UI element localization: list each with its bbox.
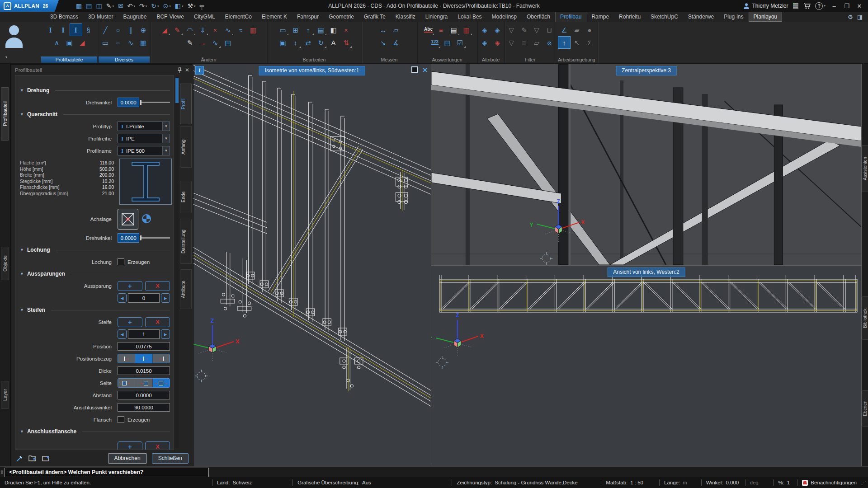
filter-down-icon[interactable]: ▽ — [505, 37, 517, 48]
stretch-icon[interactable]: ∿ — [222, 24, 234, 36]
menu-tab-rohrleitu[interactable]: Rohrleitu — [614, 12, 646, 22]
palette-side-tab-attribute[interactable]: Attribute — [180, 269, 192, 309]
line-limit-icon[interactable]: → — [197, 37, 208, 48]
rectangle-icon[interactable]: ▭ — [99, 37, 111, 48]
shop-cart-icon[interactable] — [803, 3, 811, 9]
parallel-icon[interactable]: ∥ — [125, 24, 137, 36]
uvs-reset-icon[interactable]: ↑ — [558, 37, 570, 48]
status-winkel-einheit[interactable]: deg — [745, 480, 774, 485]
dicke-input[interactable]: 0.0150 — [118, 366, 170, 375]
schliessen-button[interactable]: Schließen — [152, 453, 189, 464]
profiltyp-dropdown[interactable]: I I-Profile ▼ — [118, 122, 170, 131]
allplan-logo[interactable]: Λ ALLPLAN 26 — [0, 0, 59, 12]
menu-tab-bcf-viewe[interactable]: BCF-Viewe — [151, 12, 189, 22]
menu-tab-plug-ins[interactable]: Plug-ins — [719, 12, 748, 22]
menu-tab-st-nderwe[interactable]: Ständerwe — [683, 12, 719, 22]
profile-delete-icon[interactable]: ◢ — [76, 37, 88, 48]
adjust-icon[interactable]: ∿ — [209, 37, 221, 48]
drehwinkel2-input[interactable]: 0.0000 — [118, 233, 139, 243]
viewport-maximize-icon[interactable] — [411, 66, 418, 73]
viewport-isometrie[interactable]: Z X Y i Isometrie von vorne/links, Südwe… — [193, 64, 431, 466]
minimize-button[interactable]: – — [830, 3, 838, 9]
message-icon[interactable]: ✉ — [118, 3, 123, 9]
fillet-icon[interactable]: ◠ — [184, 24, 196, 36]
seite-both-option[interactable]: ←→ — [153, 379, 170, 387]
export-icon[interactable]: ⇓ — [197, 24, 208, 36]
mirror-icon[interactable]: ⇅ — [340, 37, 352, 48]
profilname-dropdown[interactable]: I IPE 500 ▼ — [118, 146, 170, 155]
gear-icon[interactable]: ⚙ — [848, 14, 853, 20]
track-point-icon[interactable]: ⊙▾ — [163, 3, 170, 9]
menu-tab-klassifiz[interactable]: Klassifiz — [391, 12, 420, 22]
drehwinkel-slider[interactable] — [140, 102, 170, 103]
axis-scale-icon[interactable]: ∠ — [558, 24, 570, 36]
number-123-icon[interactable]: 123 — [429, 37, 441, 48]
wave-icon[interactable]: ≈ — [235, 24, 246, 36]
pen-small-icon[interactable]: ✎ — [171, 24, 183, 36]
status-grafische-ueberschreibung[interactable]: Grafische Überschreibung:Aus — [293, 480, 452, 485]
ribbon-caption-diverses[interactable]: Diverses — [99, 56, 150, 63]
steife-count[interactable]: 1 — [128, 329, 160, 339]
point-icon[interactable]: ⊕ — [137, 24, 149, 36]
viewport-ansicht-links[interactable]: Z X Y Ansicht von links, Westen:2 — [431, 265, 862, 466]
ribbon-avatar[interactable]: ▾ — [5, 24, 24, 54]
spline-icon[interactable]: ∿ — [125, 37, 137, 48]
prev-arrow-icon[interactable]: ◀ — [118, 329, 127, 339]
sum-icon[interactable]: Σ — [584, 37, 595, 48]
palette-close-icon[interactable]: ✕ — [185, 67, 193, 73]
open-favorite-icon[interactable]: ★ — [28, 455, 37, 462]
panel-config-icon[interactable]: ◨ — [857, 14, 863, 20]
rotate-icon[interactable]: ↻ — [315, 37, 327, 48]
tag-edit-icon[interactable]: ◈ — [491, 24, 503, 36]
menu-tab-sketchupc[interactable]: SketchUpC — [646, 12, 683, 22]
height-icon[interactable]: ↕ — [290, 37, 302, 48]
section-aussparungen[interactable]: ▼ Aussparungen — [20, 268, 170, 280]
filter-stack-icon[interactable]: ≡ — [518, 37, 530, 48]
palette-side-tab-darstellung[interactable]: Darstellung — [180, 219, 192, 264]
profile-edit-icon[interactable]: I — [70, 24, 82, 36]
palette-tab-layer[interactable]: Layer — [1, 381, 9, 409]
steife-add-button[interactable]: + — [118, 317, 142, 327]
position-input[interactable]: 0.0775 — [118, 342, 170, 351]
raise-icon[interactable]: ↑ — [302, 24, 314, 36]
palette-side-tab-profil[interactable]: Profil — [180, 84, 192, 124]
sphere-icon[interactable]: ● — [584, 24, 595, 36]
filter-icon[interactable]: ▽ — [505, 24, 517, 36]
order-icon[interactable]: ▤ — [315, 24, 327, 36]
report-copy-icon[interactable]: ▤ — [442, 37, 453, 48]
status-laenge[interactable]: Länge:m — [660, 480, 701, 485]
chart-icon[interactable]: ▥ — [461, 24, 472, 36]
menu-tab-3d-muster[interactable]: 3D Muster — [83, 12, 118, 22]
anschlussflansch-delete-button[interactable]: X — [145, 441, 170, 450]
contrast-icon[interactable]: ◧ — [328, 24, 340, 36]
filter-house-icon[interactable]: ▽ — [531, 24, 542, 36]
filter-region-icon[interactable]: ▱ — [531, 37, 542, 48]
section-steifen[interactable]: ▼ Steifen — [20, 304, 170, 316]
viewport-zentralperspektive[interactable]: Z X Y Zentralperspektive:3 — [431, 64, 862, 265]
viewport-info-icon[interactable]: i — [195, 66, 204, 75]
toolbar-options-icon[interactable]: ╤ — [200, 3, 204, 9]
menu-tab-lokal-bes[interactable]: Lokal-Bes — [453, 12, 486, 22]
menu-tab-element-k[interactable]: Element-K — [257, 12, 292, 22]
save-favorite-icon[interactable]: ★ — [42, 455, 51, 462]
status-land[interactable]: Land:Schweiz — [212, 480, 293, 485]
aussparung-delete-button[interactable]: X — [145, 281, 170, 291]
menu-tab-liniengra[interactable]: Liniengra — [420, 12, 453, 22]
positionsbezug-center-option[interactable]: ←→ — [135, 354, 152, 363]
delete-icon[interactable]: × — [340, 24, 352, 36]
brightness-icon[interactable]: ◧▾ — [175, 3, 184, 9]
group-icon[interactable]: ▣ — [277, 37, 289, 48]
menu-tab-baugrube[interactable]: Baugrube — [118, 12, 151, 22]
palette-tab-bibliothek[interactable]: Bibliothek — [862, 296, 868, 340]
palette-tab-profilbauteil[interactable]: Profilbauteil — [1, 87, 9, 141]
tag-add-icon[interactable]: ◈ — [479, 24, 491, 36]
views-icon[interactable]: ▤ — [86, 3, 92, 9]
profile-plate-icon[interactable]: I — [57, 24, 69, 36]
profile-standard-icon[interactable]: § — [83, 24, 94, 36]
ribbon-caption-attribute[interactable]: Attribute — [478, 56, 504, 63]
positionsbezug-right-option[interactable]: → — [153, 354, 170, 363]
menu-tab-3d-bemass[interactable]: 3D Bemass — [45, 12, 83, 22]
close-button[interactable]: ✕ — [855, 3, 863, 9]
aussparung-count[interactable]: 0 — [128, 293, 160, 303]
steife-delete-button[interactable]: X — [145, 317, 170, 327]
